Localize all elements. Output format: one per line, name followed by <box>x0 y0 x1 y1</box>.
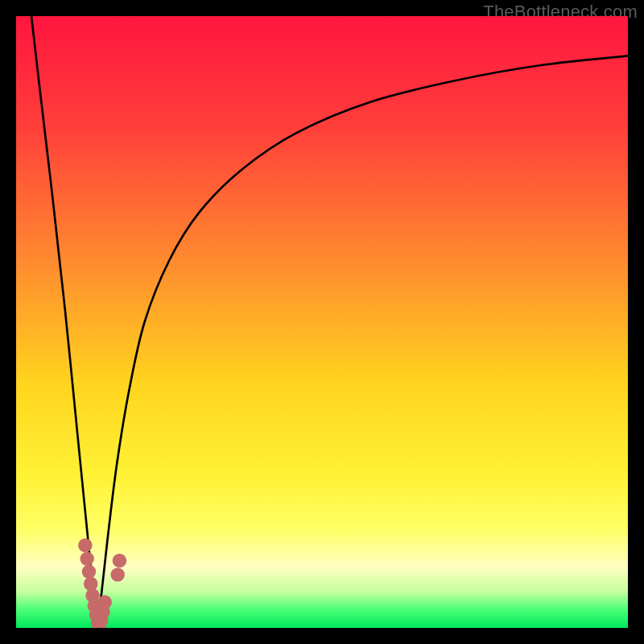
data-point <box>80 551 93 565</box>
chart-svg <box>16 16 628 628</box>
chart-frame: TheBottleneck.com <box>0 0 644 644</box>
plot-area <box>16 16 628 628</box>
data-point <box>110 568 124 581</box>
data-point <box>113 554 126 568</box>
data-point <box>97 595 111 609</box>
data-point <box>78 539 92 552</box>
data-point <box>82 564 96 578</box>
